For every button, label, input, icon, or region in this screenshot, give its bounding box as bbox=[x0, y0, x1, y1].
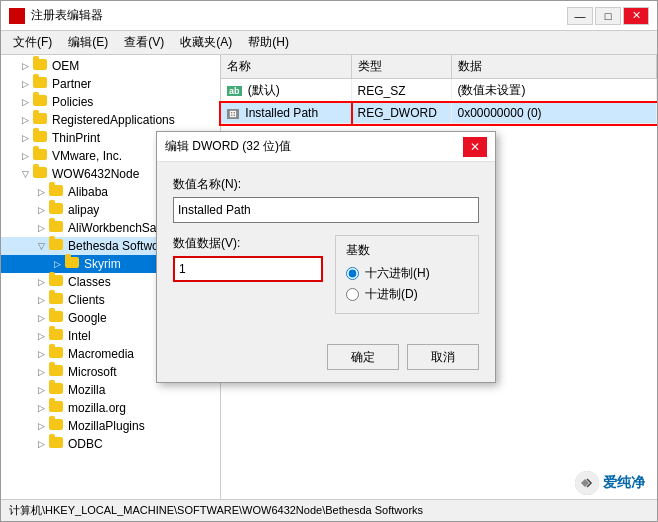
tree-label: Classes bbox=[68, 275, 111, 289]
folder-icon bbox=[49, 419, 65, 433]
menu-favorites[interactable]: 收藏夹(A) bbox=[172, 32, 240, 53]
registry-row-installed-path[interactable]: ⊞ Installed Path REG_DWORD 0x00000000 (0… bbox=[221, 103, 657, 124]
confirm-button[interactable]: 确定 bbox=[327, 344, 399, 370]
expand-icon: ▷ bbox=[33, 184, 49, 200]
expand-icon: ▷ bbox=[17, 130, 33, 146]
folder-icon bbox=[33, 149, 49, 163]
dec-label: 十进制(D) bbox=[365, 286, 418, 303]
reg-type-cell: REG_SZ bbox=[351, 79, 451, 103]
reg-data-cell: 0x00000000 (0) bbox=[451, 103, 657, 124]
tree-item-partner[interactable]: ▷ Partner bbox=[1, 75, 220, 93]
folder-open-icon bbox=[49, 239, 65, 253]
tree-item-mozilla[interactable]: ▷ Mozilla bbox=[1, 381, 220, 399]
hex-radio[interactable] bbox=[346, 267, 359, 280]
radio-hex[interactable]: 十六进制(H) bbox=[346, 265, 468, 282]
folder-icon bbox=[33, 131, 49, 145]
expand-icon: ▷ bbox=[33, 292, 49, 308]
folder-icon bbox=[33, 77, 49, 91]
maximize-button[interactable]: □ bbox=[595, 7, 621, 25]
dialog-title: 编辑 DWORD (32 位)值 bbox=[165, 138, 291, 155]
folder-icon bbox=[49, 365, 65, 379]
expand-icon: ▷ bbox=[33, 274, 49, 290]
svg-rect-3 bbox=[18, 17, 24, 23]
expand-icon: ▽ bbox=[17, 166, 33, 182]
tree-label: Microsoft bbox=[68, 365, 117, 379]
folder-icon bbox=[49, 437, 65, 451]
value-input-wrapper bbox=[173, 256, 323, 282]
minimize-button[interactable]: — bbox=[567, 7, 593, 25]
folder-icon bbox=[33, 95, 49, 109]
expand-icon: ▷ bbox=[33, 220, 49, 236]
expand-icon: ▽ bbox=[33, 238, 49, 254]
registry-row-default[interactable]: ab (默认) REG_SZ (数值未设置) bbox=[221, 79, 657, 103]
expand-icon: ▷ bbox=[17, 94, 33, 110]
folder-icon bbox=[49, 383, 65, 397]
close-button[interactable]: ✕ bbox=[623, 7, 649, 25]
dialog-close-button[interactable]: ✕ bbox=[463, 137, 487, 157]
radix-section: 基数 十六进制(H) 十进制(D) bbox=[335, 235, 479, 314]
tree-label: Policies bbox=[52, 95, 93, 109]
tree-label: Google bbox=[68, 311, 107, 325]
expand-icon: ▷ bbox=[17, 112, 33, 128]
tree-label: alipay bbox=[68, 203, 99, 217]
status-bar: 计算机\HKEY_LOCAL_MACHINE\SOFTWARE\WOW6432N… bbox=[1, 499, 657, 521]
folder-icon bbox=[49, 203, 65, 217]
folder-icon bbox=[33, 113, 49, 127]
folder-icon bbox=[65, 257, 81, 271]
hex-label: 十六进制(H) bbox=[365, 265, 430, 282]
svg-rect-0 bbox=[10, 9, 16, 15]
value-input[interactable] bbox=[173, 256, 323, 282]
watermark-icon bbox=[575, 471, 599, 495]
edit-dword-dialog: 编辑 DWORD (32 位)值 ✕ 数值名称(N): 数值数据(V): bbox=[156, 131, 496, 383]
folder-icon bbox=[49, 221, 65, 235]
radix-label: 基数 bbox=[346, 242, 468, 259]
tree-label: ODBC bbox=[68, 437, 103, 451]
tree-item-mozillaorg[interactable]: ▷ mozilla.org bbox=[1, 399, 220, 417]
expand-icon: ▷ bbox=[33, 202, 49, 218]
tree-label: ThinPrint bbox=[52, 131, 100, 145]
tree-item-oem[interactable]: ▷ OEM bbox=[1, 57, 220, 75]
main-window: 注册表编辑器 — □ ✕ 文件(F) 编辑(E) 查看(V) 收藏夹(A) 帮助… bbox=[0, 0, 658, 522]
watermark: 爱纯净 bbox=[571, 469, 649, 497]
tree-label: VMware, Inc. bbox=[52, 149, 122, 163]
tree-label: Macromedia bbox=[68, 347, 134, 361]
folder-icon bbox=[49, 347, 65, 361]
expand-icon: ▷ bbox=[33, 346, 49, 362]
dialog-title-bar: 编辑 DWORD (32 位)值 ✕ bbox=[157, 132, 495, 162]
title-bar: 注册表编辑器 — □ ✕ bbox=[1, 1, 657, 31]
tree-label: AliWorkbenchSafe bbox=[68, 221, 167, 235]
menu-edit[interactable]: 编辑(E) bbox=[60, 32, 116, 53]
reg-name-cell: ⊞ Installed Path bbox=[221, 103, 351, 124]
tree-item-odbc[interactable]: ▷ ODBC bbox=[1, 435, 220, 453]
value-radix-row: 数值数据(V): 基数 十六进制(H) bbox=[173, 235, 479, 314]
registry-table: 名称 类型 数据 ab (默认) REG_SZ (数值未设置) bbox=[221, 55, 657, 124]
menu-file[interactable]: 文件(F) bbox=[5, 32, 60, 53]
tree-item-registeredapps[interactable]: ▷ RegisteredApplications bbox=[1, 111, 220, 129]
status-text: 计算机\HKEY_LOCAL_MACHINE\SOFTWARE\WOW6432N… bbox=[9, 503, 423, 518]
watermark-text: 爱纯净 bbox=[603, 474, 645, 492]
expand-icon: ▷ bbox=[33, 310, 49, 326]
menu-view[interactable]: 查看(V) bbox=[116, 32, 172, 53]
name-label: 数值名称(N): bbox=[173, 176, 479, 193]
window-title: 注册表编辑器 bbox=[31, 7, 103, 24]
tree-label: OEM bbox=[52, 59, 79, 73]
radio-dec[interactable]: 十进制(D) bbox=[346, 286, 468, 303]
expand-icon: ▷ bbox=[33, 418, 49, 434]
svg-rect-2 bbox=[10, 17, 16, 23]
menu-help[interactable]: 帮助(H) bbox=[240, 32, 297, 53]
reg-type-icon-hex: ⊞ bbox=[227, 109, 239, 119]
tree-label: Alibaba bbox=[68, 185, 108, 199]
cancel-button[interactable]: 取消 bbox=[407, 344, 479, 370]
tree-item-mozillaplugins[interactable]: ▷ MozillaPlugins bbox=[1, 417, 220, 435]
col-header-type: 类型 bbox=[351, 55, 451, 79]
expand-icon: ▷ bbox=[33, 382, 49, 398]
expand-icon: ▷ bbox=[17, 76, 33, 92]
tree-label: RegisteredApplications bbox=[52, 113, 175, 127]
name-input[interactable] bbox=[173, 197, 479, 223]
tree-label: Clients bbox=[68, 293, 105, 307]
folder-icon bbox=[49, 293, 65, 307]
dec-radio[interactable] bbox=[346, 288, 359, 301]
value-label: 数值数据(V): bbox=[173, 235, 323, 252]
tree-item-policies[interactable]: ▷ Policies bbox=[1, 93, 220, 111]
window-controls: — □ ✕ bbox=[567, 7, 649, 25]
